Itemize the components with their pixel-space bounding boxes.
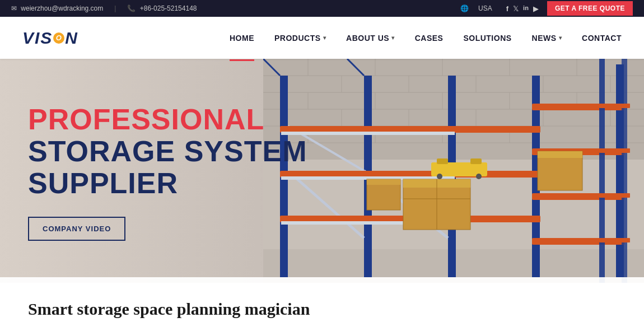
svg-rect-64: [367, 179, 400, 185]
rack-visual: [263, 59, 644, 283]
svg-point-71: [476, 174, 482, 179]
facebook-icon[interactable]: f: [506, 4, 508, 13]
nav-item-contact[interactable]: CONTACT: [582, 31, 622, 45]
topbar: ✉ weierzhou@wdracking.com | 📞 +86-025-52…: [0, 0, 644, 17]
nav-item-cases[interactable]: CASES: [415, 31, 444, 45]
nav-item-solutions[interactable]: SOLUTIONS: [463, 31, 511, 45]
linkedin-icon[interactable]: in: [523, 4, 529, 13]
social-icons: f 𝕏 in ▶: [506, 4, 539, 13]
email-icon: ✉: [11, 4, 17, 12]
globe-icon: 🌐: [460, 4, 469, 12]
nav-item-news[interactable]: NEWS ▾: [532, 31, 562, 45]
logo-text-part1: VIS: [22, 29, 53, 48]
svg-rect-73: [622, 59, 627, 283]
topbar-right: 🌐 USA f 𝕏 in ▶ GET A FREE QUOTE: [460, 1, 633, 16]
svg-rect-56: [365, 132, 455, 135]
youtube-icon[interactable]: ▶: [533, 4, 539, 13]
hero-title-line3: SUPPLIER: [28, 167, 307, 199]
logo-o-dot: O: [53, 32, 64, 44]
header: VISON HOME PRODUCTS ▾ ABOUT US ▾ CASES S…: [0, 17, 644, 59]
svg-rect-74: [599, 104, 630, 108]
hero-section: PROFESSIONAL STORAGE SYSTEM SUPPLIER COM…: [0, 59, 644, 283]
svg-rect-76: [599, 193, 630, 198]
main-nav: HOME PRODUCTS ▾ ABOUT US ▾ CASES SOLUTIO…: [230, 31, 622, 45]
svg-rect-46: [448, 126, 540, 133]
svg-rect-77: [599, 238, 630, 242]
logo[interactable]: VISON: [22, 29, 78, 48]
chevron-down-icon: ▾: [559, 35, 562, 41]
about-tagline: Smart storage space planning magician: [28, 300, 616, 319]
chevron-down-icon: ▾: [391, 35, 395, 41]
phone-contact: 📞 +86-025-52154148: [127, 4, 197, 12]
svg-rect-72: [599, 59, 605, 283]
nav-item-products[interactable]: PRODUCTS ▾: [274, 31, 326, 45]
twitter-icon[interactable]: 𝕏: [513, 4, 519, 13]
logo-text-part2: N: [65, 29, 78, 48]
svg-point-70: [437, 174, 442, 179]
about-section: Smart storage space planning magician Ji…: [0, 277, 644, 322]
hero-content: PROFESSIONAL STORAGE SYSTEM SUPPLIER COM…: [28, 104, 307, 241]
topbar-left: ✉ weierzhou@wdracking.com | 📞 +86-025-52…: [11, 4, 197, 12]
svg-rect-68: [437, 158, 448, 164]
svg-rect-75: [599, 148, 630, 153]
svg-rect-66: [538, 151, 582, 158]
nav-item-about[interactable]: ABOUT US ▾: [346, 31, 395, 45]
svg-rect-69: [470, 158, 482, 164]
phone-icon: 📞: [127, 4, 136, 12]
hero-title-line2: STORAGE SYSTEM: [28, 136, 307, 167]
hero-title-line1: PROFESSIONAL: [28, 104, 307, 136]
email-contact: ✉ weierzhou@wdracking.com: [11, 4, 103, 12]
company-video-button[interactable]: COMPANY VIDEO: [28, 217, 125, 241]
chevron-down-icon: ▾: [323, 35, 326, 41]
divider: |: [114, 4, 116, 12]
nav-item-home[interactable]: HOME: [230, 31, 254, 45]
get-quote-button[interactable]: GET A FREE QUOTE: [547, 1, 633, 16]
